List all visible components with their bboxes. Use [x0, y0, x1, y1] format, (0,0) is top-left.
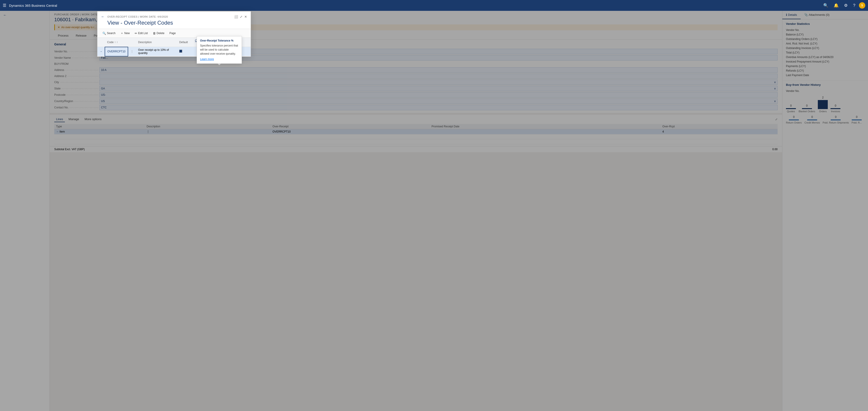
- tooltip-title: Over-Receipt Tolerance %: [200, 39, 239, 42]
- modal-search-button[interactable]: 🔍 Search: [100, 31, 118, 36]
- settings-icon[interactable]: ⚙: [842, 2, 849, 9]
- user-avatar[interactable]: S: [859, 2, 865, 8]
- modal-delete-button[interactable]: 🗑 Delete: [151, 31, 167, 36]
- modal-edit-list-button[interactable]: ✏ Edit List: [132, 31, 150, 36]
- row-arrow-td: →: [97, 47, 105, 56]
- row-desc-td: Over receipt up to 10% of quantity: [136, 47, 177, 56]
- modal-expand-icon[interactable]: ⤢: [240, 15, 243, 19]
- overlay-backdrop: [0, 11, 868, 411]
- tooltip-text: Specifies tolerance percent that will be…: [200, 43, 239, 56]
- default-checkbox[interactable]: [179, 50, 182, 53]
- modal-col-default[interactable]: Default: [177, 38, 190, 47]
- edit-list-label: Edit List: [138, 32, 148, 35]
- row-default-td[interactable]: [177, 47, 190, 56]
- row-arrow-icon: →: [100, 50, 102, 53]
- modal-minimize-icon[interactable]: ⬜: [234, 15, 238, 19]
- edit-icon: ✏: [135, 32, 137, 35]
- row-options-td[interactable]: ⋮: [128, 47, 136, 56]
- modal-col-options: [128, 38, 136, 47]
- search-nav-icon[interactable]: 🔍: [822, 2, 830, 9]
- tooltip-arrow: [217, 64, 221, 65]
- tooltip-box: Over-Receipt Tolerance % Specifies toler…: [197, 36, 242, 64]
- search-label: Search: [107, 32, 116, 35]
- row-options-btn[interactable]: ⋮: [130, 50, 133, 53]
- modal-back-button[interactable]: ←: [101, 15, 105, 19]
- bell-icon[interactable]: 🔔: [832, 2, 840, 9]
- modal-subtitle: OVER-RECEIPT CODES | WORK DATE: 4/6/2020: [107, 15, 168, 18]
- search-icon: 🔍: [102, 32, 106, 35]
- modal-col-description[interactable]: Description: [136, 38, 177, 47]
- delete-label: Delete: [157, 32, 164, 35]
- modal-title: View - Over-Receipt Codes: [97, 19, 251, 29]
- app-title: Dynamics 365 Business Central: [9, 4, 822, 7]
- modal-col-code[interactable]: Code ↑: [105, 38, 128, 47]
- help-icon[interactable]: ?: [851, 2, 857, 9]
- row-code-td[interactable]: OVERRCPT10: [105, 47, 128, 56]
- modal-header: ← OVER-RECEIPT CODES | WORK DATE: 4/6/20…: [97, 11, 251, 19]
- modal-new-button[interactable]: ＋ New: [118, 30, 132, 36]
- delete-icon: 🗑: [153, 32, 156, 35]
- new-icon: ＋: [121, 31, 123, 35]
- page-label: Page: [169, 32, 176, 35]
- modal-page-button[interactable]: Page: [167, 31, 178, 36]
- hamburger-icon[interactable]: ☰: [3, 3, 6, 8]
- modal-col-arrow: [97, 38, 105, 47]
- tooltip-learn-more-link[interactable]: Learn more: [200, 58, 214, 61]
- top-navigation: ☰ Dynamics 365 Business Central 🔍 🔔 ⚙ ? …: [0, 0, 868, 11]
- modal-close-icon[interactable]: ✕: [244, 15, 247, 19]
- new-label: New: [124, 32, 130, 35]
